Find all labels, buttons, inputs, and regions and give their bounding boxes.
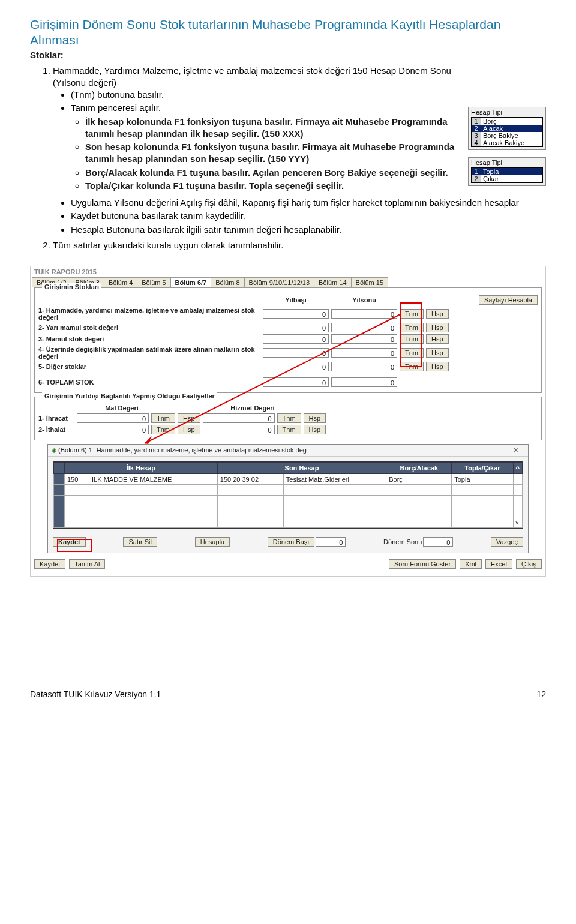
footer-version: Datasoft TUIK Kılavuz Versiyon 1.1 (30, 689, 161, 699)
grid-row-1[interactable]: 150 İLK MADDE VE MALZEME 150 20 39 02 Te… (54, 474, 523, 485)
ihracat-hiz[interactable]: 0 (203, 413, 275, 423)
row4-yilsonu[interactable]: 0 (331, 348, 397, 358)
row2-label: 2- Yarı mamul stok değeri (38, 324, 260, 331)
row6-label: 6- TOPLAM STOK (38, 379, 260, 386)
ithalat-hiz-tnm[interactable]: Tnm (277, 425, 301, 434)
modal-donemsonu-label: Dönem Sonu (383, 538, 422, 545)
grid-row-empty[interactable] (54, 506, 523, 517)
ihracat-mal[interactable]: 0 (77, 413, 149, 423)
app-screenshot: TUIK RAPORU 2015 Bölüm 1/2 Bölüm 3 Bölüm… (30, 266, 546, 577)
row4-yilbasi[interactable]: 0 (263, 348, 329, 358)
popup1-row-borc[interactable]: Borç (481, 117, 543, 125)
cell-borcalacak[interactable]: Borç (386, 474, 452, 485)
tab-bolum-6-7[interactable]: Bölüm 6/7 (170, 277, 212, 287)
bottom-tanimal-button[interactable]: Tanım Al (69, 559, 105, 569)
col-ilkhesap: İlk Hesap (65, 463, 218, 474)
bullet-kaydet: Kaydet butonuna basılarak tanım kaydedil… (71, 210, 546, 222)
row1-label: 1- Hammadde, yardımcı malzeme, işletme v… (38, 307, 260, 321)
row1-hsp-button[interactable]: Hsp (426, 309, 449, 319)
sayfayi-hesapla-button[interactable]: Sayfayı Hesapla (479, 295, 538, 305)
cell-ilkhesap-code[interactable]: 150 (65, 474, 89, 485)
bottom-xml-button[interactable]: Xml (460, 559, 482, 569)
tab-bolum-14[interactable]: Bölüm 14 (314, 277, 351, 287)
ithalat-label: 2- İthalat (38, 426, 74, 433)
row3-label: 3- Mamul stok değeri (38, 335, 260, 343)
minimize-icon[interactable]: — (488, 446, 501, 454)
bottom-kaydet-button[interactable]: Kaydet (34, 559, 65, 569)
row5-label: 5- Diğer stoklar (38, 363, 260, 370)
maximize-icon[interactable]: ☐ (501, 446, 513, 454)
row3-yilsonu[interactable]: 0 (331, 334, 397, 344)
subheading: Stoklar: (30, 50, 546, 60)
ihracat-hiz-tnm[interactable]: Tnm (277, 413, 301, 423)
bottom-cikis-button[interactable]: Çıkış (516, 559, 542, 569)
col-hizmet: Hizmet Değeri (208, 404, 298, 412)
ihracat-mal-hsp[interactable]: Hsp (178, 413, 200, 423)
hesap-tipi-popup-1: Hesap Tipi 1Borç 2Alacak 3Borç Bakiye 4A… (468, 107, 546, 150)
modal-hesapla-button[interactable]: Hesapla (195, 537, 230, 547)
hesap-tipi-popup-2: Hesap Tipi 1Topla 2Çıkar (468, 157, 546, 186)
page-title: Girişimin Dönem Sonu Stok tutarlarının M… (30, 17, 546, 49)
bottom-excel-button[interactable]: Excel (485, 559, 512, 569)
ihracat-mal-tnm[interactable]: Tnm (151, 413, 175, 423)
panel-stoklar-title: Girişimin Stokları (42, 283, 101, 290)
donemsonu-value: 0 (423, 537, 453, 547)
cell-ilkhesap-name[interactable]: İLK MADDE VE MALZEME (89, 474, 218, 485)
ithalat-mal-tnm[interactable]: Tnm (151, 425, 175, 434)
popup1-row-alacakbakiye[interactable]: Alacak Bakiye (481, 139, 543, 147)
row6-yilbasi: 0 (263, 377, 329, 387)
ithalat-hiz-hsp[interactable]: Hsp (304, 425, 326, 434)
row1-yilsonu[interactable]: 0 (331, 309, 397, 319)
ithalat-mal[interactable]: 0 (77, 425, 149, 434)
row2-yilbasi[interactable]: 0 (263, 323, 329, 332)
grid-row-empty[interactable] (54, 496, 523, 506)
col-yilbasi: Yılbaşı (263, 296, 329, 304)
modal-donembasi-button[interactable]: Dönem Başı (268, 537, 315, 547)
bullet-hesapla: Hesapla Butonuna basılarak ilgili satır … (71, 224, 546, 236)
cell-sonhesap-name[interactable]: Tesisat Malz.Giderleri (283, 474, 386, 485)
row3-hsp-button[interactable]: Hsp (426, 334, 449, 344)
ithalat-mal-hsp[interactable]: Hsp (178, 425, 200, 434)
cell-toplacikar[interactable]: Topla (452, 474, 513, 485)
modal-satirsil-button[interactable]: Satır Sil (123, 537, 157, 547)
bullet-uygulama: Uygulama Yılsonu değerini Açılış fişi dâ… (71, 197, 546, 209)
ithalat-hiz[interactable]: 0 (203, 425, 275, 434)
panel-stoklar: Girişimin Stokları Yılbaşı Yılsonu Sayfa… (34, 287, 542, 393)
bottom-soruformu-button[interactable]: Soru Formu Göster (389, 559, 456, 569)
tab-bolum-4[interactable]: Bölüm 4 (104, 277, 137, 287)
popup1-row-borcbakiye[interactable]: Borç Bakiye (481, 132, 543, 139)
col-borcalacak: Borç/Alacak (386, 463, 452, 474)
row2-hsp-button[interactable]: Hsp (426, 323, 449, 332)
popup1-row-alacak[interactable]: Alacak (481, 125, 543, 132)
grid-row-empty[interactable] (54, 485, 523, 496)
app-icon: ◈ (52, 446, 56, 454)
row2-yilsonu[interactable]: 0 (331, 323, 397, 332)
tab-bolum-8[interactable]: Bölüm 8 (211, 277, 244, 287)
popup2-row-topla[interactable]: Topla (481, 167, 543, 175)
row5-yilbasi[interactable]: 0 (263, 362, 329, 371)
row1-yilbasi[interactable]: 0 (263, 309, 329, 319)
donembasi-value: 0 (316, 537, 346, 547)
bottom-toolbar: Kaydet Tanım Al Soru Formu Göster Xml Ex… (31, 557, 545, 571)
row4-hsp-button[interactable]: Hsp (426, 348, 449, 358)
col-toplacikar: Topla/Çıkar (452, 463, 513, 474)
tab-bolum-9-13[interactable]: Bölüm 9/10/11/12/13 (244, 277, 315, 287)
col-yilsonu: Yılsonu (331, 296, 397, 304)
popup2-row-cikar[interactable]: Çıkar (481, 175, 543, 183)
tab-bolum-5[interactable]: Bölüm 5 (137, 277, 170, 287)
tab-bolum-15[interactable]: Bölüm 15 (351, 277, 388, 287)
grid-row-empty[interactable]: v (54, 517, 523, 528)
row4-label: 4- Üzerinde değişiklik yapılmadan satılm… (38, 346, 260, 360)
ihracat-hiz-hsp[interactable]: Hsp (304, 413, 326, 423)
modal-title-text: (Bölüm 6) 1- Hammadde, yardımcı malzeme,… (58, 446, 307, 454)
close-icon[interactable]: ✕ (513, 446, 524, 454)
cell-sonhesap-code[interactable]: 150 20 39 02 (217, 474, 283, 485)
modal-vazgec-button[interactable]: Vazgeç (491, 537, 523, 547)
panel-yurtdisi: Girişimin Yurtdışı Bağlantılı Yapmış Old… (34, 397, 542, 440)
page-number: 12 (536, 689, 546, 699)
list-item-1: Hammadde, Yardımcı Malzeme, işletme ve a… (53, 65, 546, 236)
row3-yilbasi[interactable]: 0 (263, 334, 329, 344)
row5-hsp-button[interactable]: Hsp (426, 362, 449, 371)
row5-yilsonu[interactable]: 0 (331, 362, 397, 371)
popup1-caption: Hesap Tipi (471, 109, 543, 117)
